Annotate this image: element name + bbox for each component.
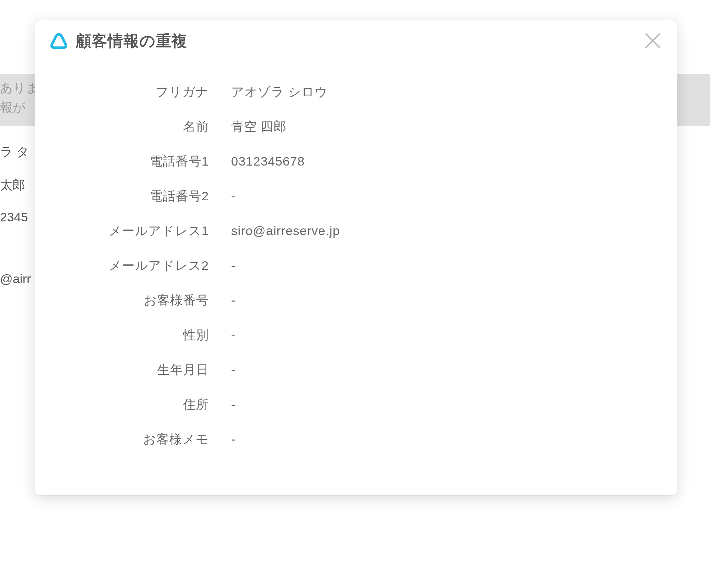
field-label: 性別 xyxy=(50,327,231,344)
info-row-furigana: フリガナ アオゾラ シロウ xyxy=(50,84,662,101)
info-row-phone1: 電話番号1 0312345678 xyxy=(50,153,662,170)
field-value: siro@airreserve.jp xyxy=(231,224,340,238)
field-label: メールアドレス1 xyxy=(50,222,231,239)
field-label: お客様番号 xyxy=(50,292,231,309)
duplicate-customer-modal: 顧客情報の重複 フリガナ アオゾラ シロウ 名前 青空 四郎 電話番号1 031… xyxy=(35,20,677,495)
field-label: お客様メモ xyxy=(50,431,231,448)
background-text: 報が xyxy=(0,99,26,116)
info-row-gender: 性別 - xyxy=(50,327,662,344)
field-value: 青空 四郎 xyxy=(231,118,287,135)
background-text: ラ タ xyxy=(0,143,29,160)
info-row-customer-number: お客様番号 - xyxy=(50,292,662,309)
field-value: - xyxy=(231,293,236,307)
modal-body: フリガナ アオゾラ シロウ 名前 青空 四郎 電話番号1 0312345678 … xyxy=(35,61,677,495)
background-text: @airr xyxy=(0,272,31,286)
field-value: - xyxy=(231,397,236,412)
field-value: - xyxy=(231,189,236,203)
info-row-phone2: 電話番号2 - xyxy=(50,188,662,205)
field-label: 電話番号2 xyxy=(50,188,231,205)
close-button[interactable] xyxy=(643,31,662,50)
modal-title: 顧客情報の重複 xyxy=(76,31,187,51)
info-row-birthdate: 生年月日 - xyxy=(50,361,662,378)
field-value: - xyxy=(231,363,236,377)
field-label: 住所 xyxy=(50,396,231,413)
background-text: 2345 xyxy=(0,210,28,224)
field-label: 電話番号1 xyxy=(50,153,231,170)
info-row-address: 住所 - xyxy=(50,396,662,413)
field-label: 名前 xyxy=(50,118,231,135)
info-row-memo: お客様メモ - xyxy=(50,431,662,448)
field-label: 生年月日 xyxy=(50,361,231,378)
info-row-email2: メールアドレス2 - xyxy=(50,257,662,274)
background-text: 太郎 xyxy=(0,177,25,194)
close-icon xyxy=(645,33,661,49)
field-value: - xyxy=(231,258,236,273)
field-value: 0312345678 xyxy=(231,154,305,169)
field-label: メールアドレス2 xyxy=(50,257,231,274)
app-logo-icon xyxy=(50,32,68,50)
background-text: ありま xyxy=(0,79,39,96)
field-value: アオゾラ シロウ xyxy=(231,84,328,101)
info-row-email1: メールアドレス1 siro@airreserve.jp xyxy=(50,222,662,239)
modal-header: 顧客情報の重複 xyxy=(35,20,677,61)
field-value: - xyxy=(231,328,236,342)
field-value: - xyxy=(231,432,236,446)
field-label: フリガナ xyxy=(50,84,231,101)
info-row-name: 名前 青空 四郎 xyxy=(50,118,662,135)
